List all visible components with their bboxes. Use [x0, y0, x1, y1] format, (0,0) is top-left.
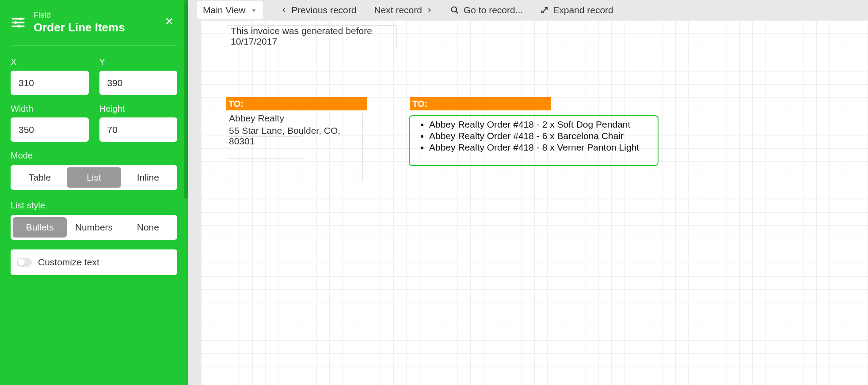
- to-header-right[interactable]: TO:: [410, 97, 551, 110]
- address-name: Abbey Realty: [226, 112, 362, 125]
- height-input[interactable]: [99, 117, 178, 142]
- width-label: Width: [11, 104, 89, 114]
- list-item: Abbey Realty Order #418 - 2 x Soft Dog P…: [429, 119, 653, 130]
- svg-point-4: [14, 21, 17, 24]
- svg-point-5: [18, 25, 21, 27]
- mode-label: Mode: [11, 151, 177, 161]
- next-record-label: Next record: [374, 5, 422, 15]
- expand-record-label: Expand record: [553, 5, 613, 15]
- view-selector-label: Main View: [203, 5, 246, 15]
- address-block[interactable]: Abbey Realty 55 Star Lane, Boulder, CO, …: [226, 112, 363, 182]
- to-label-right: TO:: [412, 99, 427, 109]
- list-item: Abbey Realty Order #418 - 8 x Verner Pan…: [429, 142, 653, 153]
- list-style-segmented-control: Bullets Numbers None: [11, 215, 177, 240]
- height-label: Height: [99, 104, 178, 114]
- next-record-button[interactable]: Next record: [374, 5, 433, 15]
- field-settings-sidebar: Field Order Line Items X Y Width Height: [0, 0, 188, 385]
- to-header-left[interactable]: TO:: [226, 97, 367, 110]
- svg-line-10: [542, 8, 547, 13]
- sidebar-header: Field Order Line Items: [11, 11, 177, 42]
- svg-line-9: [456, 11, 457, 13]
- previous-record-button[interactable]: Previous record: [281, 5, 356, 15]
- list-style-option-bullets[interactable]: Bullets: [13, 217, 67, 238]
- canvas-wrap: This invoice was generated before 10/17/…: [188, 20, 868, 385]
- customize-text-row[interactable]: Customize text: [11, 249, 177, 275]
- caret-down-icon: ▼: [251, 7, 257, 14]
- sidebar-header-text: Field Order Line Items: [34, 11, 177, 34]
- to-label-left: TO:: [228, 99, 244, 109]
- mode-segmented-control: Table List Inline: [11, 165, 177, 190]
- toggle-knob: [18, 259, 25, 266]
- order-line-items-block[interactable]: Abbey Realty Order #418 - 2 x Soft Dog P…: [409, 115, 659, 166]
- sidebar-scrollbar[interactable]: [184, 0, 188, 199]
- sidebar-title: Order Line Items: [34, 21, 177, 34]
- main-area: Main View ▼ Previous record Next record …: [188, 0, 868, 385]
- chevron-right-icon: [426, 6, 433, 15]
- mode-option-list[interactable]: List: [67, 167, 121, 188]
- field-icon: [11, 15, 26, 30]
- customize-text-toggle[interactable]: [17, 258, 32, 267]
- notice-text: This invoice was generated before 10/17/…: [231, 26, 393, 47]
- view-selector[interactable]: Main View ▼: [197, 1, 263, 19]
- sidebar-divider: [11, 45, 177, 45]
- notice-block[interactable]: This invoice was generated before 10/17/…: [227, 25, 397, 47]
- y-label: Y: [99, 57, 178, 67]
- mode-option-table[interactable]: Table: [13, 167, 67, 188]
- chevron-left-icon: [281, 6, 287, 15]
- list-style-option-none[interactable]: None: [121, 217, 175, 238]
- x-input[interactable]: [11, 71, 89, 95]
- design-canvas[interactable]: This invoice was generated before 10/17/…: [201, 20, 868, 385]
- sidebar-eyebrow: Field: [34, 11, 177, 20]
- svg-point-3: [19, 17, 22, 20]
- list-style-label: List style: [11, 200, 177, 211]
- go-to-record-label: Go to record...: [464, 5, 523, 15]
- order-line-items-list: Abbey Realty Order #418 - 2 x Soft Dog P…: [414, 119, 653, 153]
- x-label: X: [11, 57, 89, 67]
- width-input[interactable]: [11, 117, 89, 142]
- mode-option-inline[interactable]: Inline: [121, 167, 175, 188]
- previous-record-label: Previous record: [291, 5, 356, 15]
- customize-text-label: Customize text: [38, 257, 99, 268]
- list-item: Abbey Realty Order #418 - 6 x Barcelona …: [429, 130, 653, 142]
- search-icon: [450, 6, 459, 15]
- record-toolbar: Main View ▼ Previous record Next record …: [188, 0, 868, 20]
- expand-record-button[interactable]: Expand record: [541, 5, 613, 15]
- y-input[interactable]: [99, 71, 178, 95]
- list-style-option-numbers[interactable]: Numbers: [67, 217, 121, 238]
- address-subfield-box[interactable]: [226, 136, 303, 159]
- go-to-record-button[interactable]: Go to record...: [450, 5, 523, 15]
- close-button[interactable]: [163, 15, 175, 27]
- expand-icon: [541, 6, 548, 14]
